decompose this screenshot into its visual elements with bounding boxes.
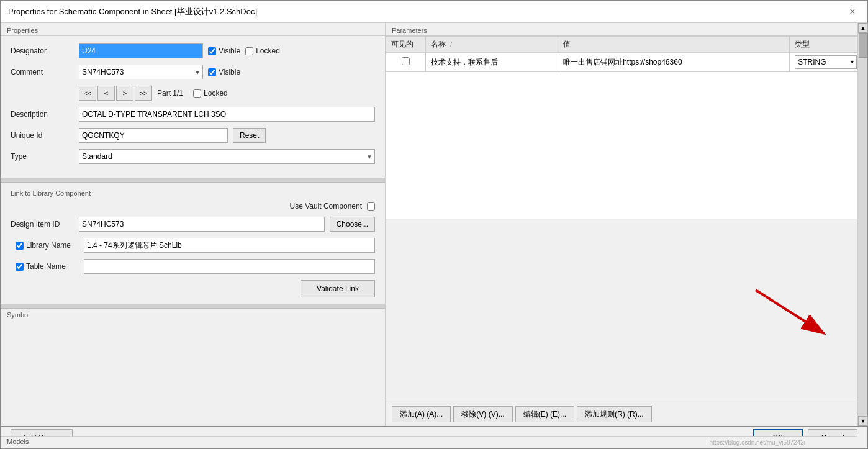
link-section: Link to Library Component Use Vault Comp… xyxy=(1,183,385,304)
watermark: https://blog.csdn.net/mu_vi587242i xyxy=(709,439,805,446)
design-item-id-row: Design Item ID Choose... xyxy=(11,217,375,232)
vault-checkbox[interactable] xyxy=(367,202,375,211)
right-scrollbar[interactable]: ▲ ▼ xyxy=(857,23,867,426)
svg-line-1 xyxy=(756,290,824,333)
row-type-select[interactable]: STRING xyxy=(795,55,857,69)
library-name-checkbox[interactable] xyxy=(16,242,24,250)
close-button[interactable]: × xyxy=(845,4,860,19)
table-name-checkbox[interactable] xyxy=(16,263,24,271)
red-arrow-annotation xyxy=(718,278,843,352)
properties-form: Designator Visible Locked Comment xyxy=(1,36,385,178)
row-name-cell: 技术支持，联系售后 xyxy=(425,53,558,72)
part-locked-label: Locked xyxy=(193,89,228,98)
designator-row: Designator Visible Locked xyxy=(11,43,375,58)
row-type-cell: STRING ▼ xyxy=(790,53,867,72)
design-item-id-label: Design Item ID xyxy=(11,220,79,229)
col-header-name[interactable]: 名称 / xyxy=(425,37,558,53)
parameters-section-header: Parameters xyxy=(386,23,867,36)
validate-row: Validate Link xyxy=(11,280,375,297)
designator-visible-label: Visible xyxy=(208,47,240,55)
row-visible-cell xyxy=(386,53,426,72)
add-rule-button[interactable]: 添加规则(R) (R)... xyxy=(577,406,652,422)
type-select-wrapper: Standard Mechanical Graphical Net Tie (I… xyxy=(79,149,375,164)
type-select[interactable]: Standard Mechanical Graphical Net Tie (I… xyxy=(79,149,375,164)
remove-button[interactable]: 移除(V) (V)... xyxy=(453,406,512,422)
validate-link-button[interactable]: Validate Link xyxy=(301,280,375,297)
comment-row: Comment SN74HC573 ▼ Visible xyxy=(11,65,375,79)
section-divider-1 xyxy=(1,178,385,183)
scroll-up-button[interactable]: ▲ xyxy=(858,23,867,33)
type-row: Type Standard Mechanical Graphical Net T… xyxy=(11,149,375,164)
library-name-input[interactable] xyxy=(84,238,375,253)
vault-row: Use Vault Component xyxy=(11,202,375,211)
unique-id-label: Unique Id xyxy=(11,131,79,140)
row-type-wrapper: STRING ▼ xyxy=(795,55,857,69)
left-panel: Properties Designator Visible Locked xyxy=(1,23,386,426)
library-name-row: Library Name xyxy=(11,238,375,253)
designator-input[interactable] xyxy=(79,43,203,58)
description-label: Description xyxy=(11,110,79,119)
col-header-value[interactable]: 值 xyxy=(558,37,790,53)
reset-button[interactable]: Reset xyxy=(233,128,266,143)
symbol-section-label: Symbol xyxy=(1,309,385,321)
params-table-element: 可见的 名称 / 值 类型 xyxy=(386,36,867,72)
comment-visible-checkbox[interactable] xyxy=(208,68,216,76)
choose-button[interactable]: Choose... xyxy=(330,217,375,232)
nav-buttons: << < > >> xyxy=(79,86,152,101)
parameters-table: 可见的 名称 / 值 类型 xyxy=(386,36,867,219)
annotation-area xyxy=(386,219,867,402)
dialog: Properties for Schematic Component in Sh… xyxy=(0,0,868,449)
table-name-checkbox-label: Table Name xyxy=(16,262,84,271)
name-sort-icon: / xyxy=(450,41,452,48)
description-input[interactable] xyxy=(79,107,375,122)
parameters-toolbar: 添加(A) (A)... 移除(V) (V)... 编辑(E) (E)... 添… xyxy=(386,402,867,426)
nav-row: << < > >> Part 1/1 Locked xyxy=(79,86,375,101)
designator-locked-checkbox[interactable] xyxy=(245,47,253,55)
part-label: Part 1/1 xyxy=(157,89,183,98)
table-name-input[interactable] xyxy=(84,259,375,274)
dialog-title: Properties for Schematic Component in Sh… xyxy=(8,6,257,17)
unique-id-input[interactable] xyxy=(79,128,228,143)
nav-next-button[interactable]: > xyxy=(116,86,133,101)
edit-button[interactable]: 编辑(E) (E)... xyxy=(515,406,574,422)
vault-label: Use Vault Component xyxy=(289,202,362,211)
nav-prev-button[interactable]: < xyxy=(97,86,115,101)
row-visible-checkbox[interactable] xyxy=(402,57,410,65)
scroll-thumb[interactable] xyxy=(859,33,867,58)
nav-first-button[interactable]: << xyxy=(79,86,96,101)
add-button[interactable]: 添加(A) (A)... xyxy=(392,406,451,422)
comment-select[interactable]: SN74HC573 xyxy=(79,65,203,79)
link-section-header: Link to Library Component xyxy=(11,189,375,197)
designator-label: Designator xyxy=(11,47,79,55)
part-locked-checkbox[interactable] xyxy=(193,89,201,98)
scroll-down-button[interactable]: ▼ xyxy=(858,416,867,426)
row-value-cell: 唯一出售店铺网址https://shop46360 xyxy=(558,53,790,72)
designator-locked-label: Locked xyxy=(245,47,280,55)
col-header-visible: 可见的 xyxy=(386,37,426,53)
properties-section-header: Properties xyxy=(1,23,385,36)
table-row[interactable]: 技术支持，联系售后 唯一出售店铺网址https://shop46360 STRI… xyxy=(386,53,867,72)
scroll-track xyxy=(858,33,867,416)
type-label: Type xyxy=(11,152,79,161)
title-bar: Properties for Schematic Component in Sh… xyxy=(1,1,867,23)
col-header-type[interactable]: 类型 xyxy=(790,37,867,53)
library-name-checkbox-label: Library Name xyxy=(16,241,84,250)
description-row: Description xyxy=(11,107,375,122)
section-divider-2 xyxy=(1,304,385,309)
design-item-id-input[interactable] xyxy=(79,217,325,232)
main-content: Properties Designator Visible Locked xyxy=(1,23,867,426)
table-name-row: Table Name xyxy=(11,259,375,274)
comment-visible-label: Visible xyxy=(208,68,240,76)
comment-label: Comment xyxy=(11,68,79,76)
designator-visible-checkbox[interactable] xyxy=(208,47,216,55)
right-panel: Parameters 可见的 名称 / xyxy=(386,23,867,426)
unique-id-row: Unique Id Reset xyxy=(11,128,375,143)
nav-last-button[interactable]: >> xyxy=(135,86,152,101)
